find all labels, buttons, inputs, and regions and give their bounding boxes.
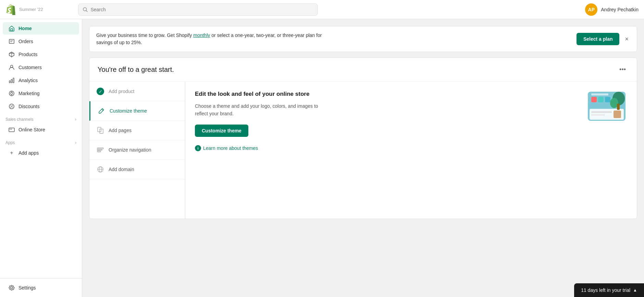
sidebar-item-online-store[interactable]: Online Store <box>3 124 79 136</box>
customers-icon <box>8 64 15 71</box>
svg-rect-25 <box>100 129 103 133</box>
svg-rect-9 <box>9 81 10 83</box>
orders-icon <box>8 38 15 45</box>
sidebar-item-add-apps-label: Add apps <box>18 150 39 156</box>
svg-rect-36 <box>614 111 621 118</box>
sidebar-item-orders-label: Orders <box>18 39 33 44</box>
svg-rect-2 <box>11 29 13 31</box>
sidebar-item-marketing[interactable]: Marketing <box>3 87 79 100</box>
trial-chevron-icon: ▲ <box>633 288 637 293</box>
sidebar-item-add-apps[interactable]: + Add apps <box>3 147 79 159</box>
user-name: Andrey Pechatkin <box>601 7 639 12</box>
step-add-domain[interactable]: Add domain <box>89 160 185 179</box>
svg-rect-20 <box>9 128 14 132</box>
content-area: Give your business time to grow. Get Sho… <box>82 19 644 297</box>
step-add-pages[interactable]: Add pages <box>89 121 185 140</box>
step-add-product[interactable]: ✓ Add product <box>89 82 185 101</box>
sidebar-item-orders[interactable]: Orders <box>3 35 79 48</box>
sales-channels-chevron-icon: › <box>75 117 76 122</box>
logo-area: Summer '22 <box>5 4 74 15</box>
search-icon <box>83 7 88 12</box>
marketing-icon <box>8 90 15 97</box>
svg-line-1 <box>86 10 87 11</box>
setup-card: You're off to a great start. ••• ✓ Add p… <box>89 57 637 219</box>
organize-nav-step-icon <box>96 146 104 154</box>
learn-more-label: Learn more about themes <box>203 145 258 151</box>
learn-more-area: i Learn more about themes <box>195 145 332 151</box>
svg-rect-41 <box>598 97 604 102</box>
sidebar-item-settings[interactable]: Settings <box>3 282 79 294</box>
active-step-content: Edit the look and feel of your online st… <box>185 82 637 219</box>
learn-more-link[interactable]: i Learn more about themes <box>195 145 332 151</box>
trial-label: 11 days left in your trial <box>581 287 630 293</box>
sidebar-bottom: Settings <box>0 278 82 294</box>
home-icon <box>8 25 15 32</box>
svg-point-21 <box>10 129 10 129</box>
svg-point-22 <box>11 129 12 129</box>
sidebar-item-analytics-label: Analytics <box>18 78 38 83</box>
products-icon <box>8 51 15 58</box>
sidebar-item-customers[interactable]: Customers <box>3 61 79 74</box>
avatar[interactable]: AP <box>585 3 597 16</box>
step-customize-theme[interactable]: Customize theme <box>89 101 185 121</box>
setup-card-title: You're off to a great start. <box>98 66 174 74</box>
settings-icon <box>8 284 15 291</box>
trial-bar[interactable]: 11 days left in your trial ▲ <box>574 283 644 297</box>
step-content-desc: Choose a theme and add your logo, colors… <box>195 102 332 118</box>
apps-chevron-icon: › <box>75 140 76 145</box>
sidebar-item-products[interactable]: Products <box>3 48 79 61</box>
svg-point-23 <box>11 287 13 289</box>
check-circle-icon: ✓ <box>97 88 104 95</box>
svg-rect-28 <box>97 151 101 152</box>
svg-rect-3 <box>9 39 14 43</box>
customize-theme-button[interactable]: Customize theme <box>195 125 248 137</box>
svg-point-13 <box>11 92 13 94</box>
svg-rect-34 <box>591 111 612 113</box>
online-store-icon <box>8 126 15 133</box>
topbar: Summer '22 AP Andrey Pechatkin <box>0 0 644 19</box>
add-domain-step-icon <box>96 165 104 173</box>
step-organize-navigation[interactable]: Organize navigation <box>89 140 185 160</box>
search-bar[interactable] <box>78 3 318 16</box>
banner-close-button[interactable]: × <box>623 34 630 44</box>
step-organize-nav-label: Organize navigation <box>109 147 151 153</box>
svg-point-19 <box>12 107 13 108</box>
step-add-domain-label: Add domain <box>109 167 134 172</box>
svg-point-18 <box>11 105 11 106</box>
svg-rect-35 <box>591 114 605 116</box>
svg-rect-10 <box>11 79 12 83</box>
promo-banner: Give your business time to grow. Get Sho… <box>89 26 637 52</box>
sales-channels-section[interactable]: Sales channels › <box>0 113 82 123</box>
discounts-icon <box>8 103 15 110</box>
sidebar-item-products-label: Products <box>18 52 37 57</box>
svg-rect-43 <box>591 93 608 95</box>
sidebar-item-online-store-label: Online Store <box>18 127 45 132</box>
svg-rect-39 <box>617 104 620 110</box>
svg-rect-26 <box>97 148 103 149</box>
customize-theme-step-icon <box>97 107 106 115</box>
svg-rect-11 <box>13 78 14 83</box>
sidebar-item-discounts[interactable]: Discounts <box>3 100 79 113</box>
apps-section[interactable]: Apps › <box>0 136 82 146</box>
add-pages-step-icon <box>96 126 104 134</box>
sidebar-item-discounts-label: Discounts <box>18 104 39 109</box>
search-input[interactable] <box>90 7 313 12</box>
step-content-action: Customize theme <box>195 125 332 137</box>
monthly-link[interactable]: monthly <box>193 33 210 38</box>
step-check-icon: ✓ <box>96 87 104 95</box>
select-plan-button[interactable]: Select a plan <box>577 33 620 45</box>
step-customize-theme-label: Customize theme <box>110 108 147 114</box>
banner-text: Give your business time to grow. Get Sho… <box>96 32 336 46</box>
sidebar-item-home[interactable]: Home <box>3 22 79 35</box>
svg-rect-24 <box>98 127 101 132</box>
sidebar-item-settings-label: Settings <box>18 285 36 290</box>
sidebar-item-home-label: Home <box>18 26 32 31</box>
step-add-product-label: Add product <box>109 89 135 94</box>
sidebar-item-analytics[interactable]: Analytics <box>3 74 79 87</box>
more-options-button[interactable]: ••• <box>617 65 629 75</box>
info-icon: i <box>195 145 201 151</box>
step-add-pages-label: Add pages <box>109 128 132 133</box>
sales-channels-label: Sales channels <box>5 117 33 122</box>
svg-rect-42 <box>605 97 610 102</box>
user-area: AP Andrey Pechatkin <box>585 3 639 16</box>
